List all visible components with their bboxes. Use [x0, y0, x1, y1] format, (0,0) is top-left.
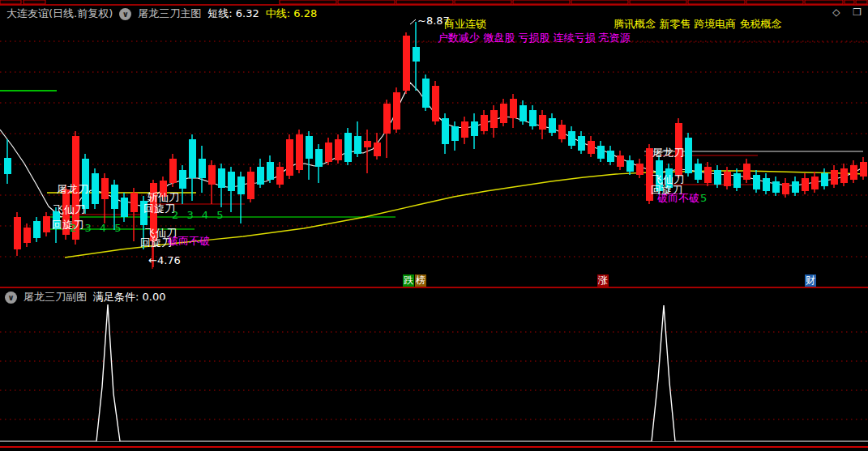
chart-annotation: 2 3 4 5: [70, 223, 123, 234]
chevron-down-icon[interactable]: ∨: [119, 8, 131, 20]
chart-annotation: 屠龙刀: [57, 184, 88, 195]
chart-annotation: ←4.76: [148, 255, 181, 266]
app-window: 大连友谊(日线.前复权) ∨ 屠龙三刀主图 短线: 6.32 中线: 6.28 …: [0, 0, 868, 451]
chart-annotation: 5: [700, 193, 707, 204]
chart-annotation: 2 3 4 5: [172, 210, 225, 221]
mid-line-value: 中线: 6.28: [266, 6, 317, 21]
short-line-value: 短线: 6.32: [207, 6, 259, 21]
chart-annotation: 斩仙刀: [148, 192, 179, 203]
chart-annotation: 户数减少 微盘股 亏损股 连续亏损 壳资源: [438, 32, 631, 44]
condition-value: 满足条件: 0.00: [93, 290, 165, 304]
stock-title: 大连友谊(日线.前复权): [6, 6, 113, 21]
chart-annotation: 腾讯概念 新零售 跨境电商 免税概念: [614, 19, 781, 30]
chart-annotation: 破而不破: [168, 236, 210, 247]
signal-spike: [652, 305, 675, 441]
sub-chart-header: ∨ 屠龙三刀副图 满足条件: 0.00: [5, 290, 165, 304]
footer-tag-die[interactable]: 跌: [403, 274, 414, 287]
signal-spike: [96, 304, 120, 441]
chart-annotation: 飞仙刀: [53, 204, 85, 215]
main-chart-header: 大连友谊(日线.前复权) ∨ 屠龙三刀主图 短线: 6.32 中线: 6.28: [6, 6, 317, 21]
chart-annotation: 屠龙刀: [652, 147, 684, 159]
window-corner-icons[interactable]: ◇ ❒: [832, 6, 866, 18]
footer-tag-cai[interactable]: 财: [805, 274, 816, 287]
chart-annotation: 回旋刀: [143, 203, 175, 215]
sub-indicator-title: 屠龙三刀副图: [24, 290, 87, 304]
footer-tag-bang[interactable]: 榜: [415, 274, 426, 287]
chart-annotation: 破而不破: [657, 193, 699, 204]
chevron-down-icon[interactable]: ∨: [5, 291, 17, 304]
footer-tag-zhang[interactable]: 涨: [597, 274, 609, 287]
indicator-title: 屠龙三刀主图: [138, 6, 201, 21]
candlestick-chart[interactable]: [0, 0, 868, 451]
chart-annotation: 商业连锁: [444, 19, 486, 30]
